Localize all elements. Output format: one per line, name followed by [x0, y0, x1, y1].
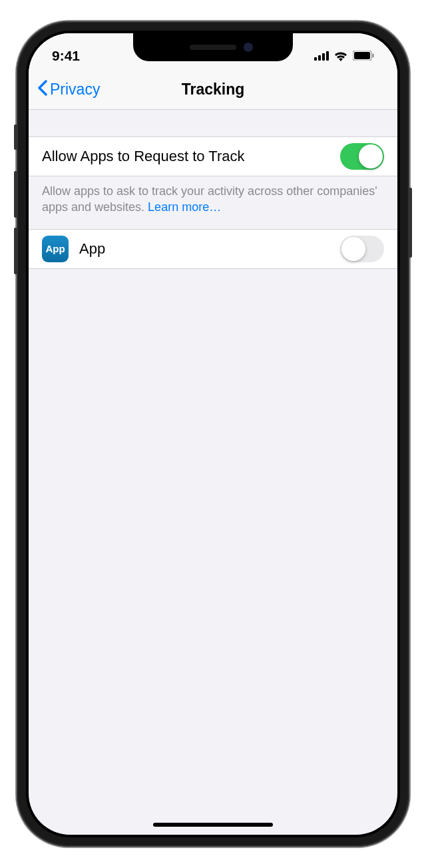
phone-frame: 9:41 Pri	[17, 21, 409, 847]
cellular-signal-icon	[314, 51, 329, 61]
app-tracking-toggle[interactable]	[340, 236, 384, 262]
svg-rect-6	[373, 54, 374, 58]
silence-switch	[14, 124, 17, 150]
svg-rect-3	[326, 51, 329, 61]
speaker	[190, 45, 236, 50]
power-button	[409, 188, 412, 258]
allow-apps-label: Allow Apps to Request to Track	[42, 148, 340, 165]
app-name: App	[79, 240, 340, 258]
home-indicator[interactable]	[153, 823, 273, 827]
chevron-left-icon	[37, 80, 47, 100]
learn-more-link[interactable]: Learn more…	[148, 200, 221, 214]
volume-down-button	[14, 228, 17, 274]
wifi-icon	[333, 51, 348, 61]
app-icon: App	[42, 236, 69, 262]
back-button[interactable]: Privacy	[37, 80, 100, 100]
screen: 9:41 Pri	[29, 33, 397, 835]
front-camera	[244, 43, 253, 52]
content: Allow Apps to Request to Track Allow app…	[29, 110, 397, 269]
svg-rect-5	[354, 52, 370, 59]
toggle-knob	[341, 237, 365, 261]
notch	[133, 33, 293, 61]
nav-bar: Privacy Tracking	[29, 70, 397, 110]
svg-rect-0	[314, 57, 317, 61]
back-label: Privacy	[50, 81, 100, 99]
status-time: 9:41	[52, 48, 80, 64]
svg-rect-2	[322, 53, 325, 61]
allow-apps-toggle[interactable]	[340, 143, 384, 170]
status-icons	[314, 51, 374, 61]
section-footer: Allow apps to ask to track your activity…	[29, 176, 397, 222]
volume-up-button	[14, 171, 17, 218]
battery-icon	[353, 51, 374, 61]
app-row: App App	[29, 229, 397, 269]
allow-apps-row: Allow Apps to Request to Track	[29, 136, 397, 176]
svg-rect-1	[318, 55, 321, 61]
toggle-knob	[359, 144, 383, 168]
